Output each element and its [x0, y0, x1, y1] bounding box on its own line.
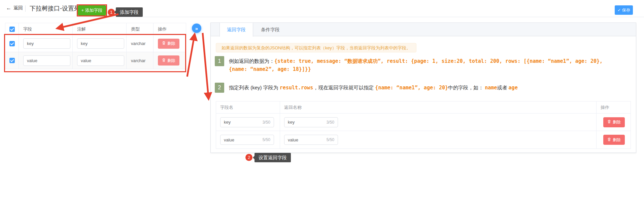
column-header-return-name: 返回名称 [280, 101, 597, 113]
delete-button[interactable]: 删除 [603, 135, 625, 145]
page-title: 下拉树接口-设置列 [30, 4, 80, 12]
save-label: 保存 [622, 8, 630, 12]
select-all-checkbox[interactable] [9, 27, 15, 32]
delete-button[interactable]: 删除 [603, 117, 625, 127]
code-snippet: name [485, 85, 497, 91]
field-name-input[interactable]: value 5/50 [220, 135, 274, 145]
column-header-type: 类型 [127, 23, 154, 35]
column-header-comment: 注解 [73, 23, 127, 35]
return-name-input[interactable]: value 5/50 [284, 135, 338, 145]
code-snippet: result.rows [280, 85, 313, 91]
fields-table-header: 字段 注解 类型 操作 [5, 23, 186, 35]
trash-icon [162, 58, 166, 63]
step-text: 例如返回的数据为： [229, 58, 274, 64]
step-text: 或者 [497, 85, 508, 90]
field-input[interactable] [23, 38, 70, 49]
trash-icon [607, 120, 611, 125]
field-input[interactable] [23, 55, 70, 66]
column-header-action: 操作 [597, 101, 631, 113]
return-table-header: 字段名 返回名称 操作 [216, 101, 631, 114]
panel-tabbar: 返回字段 条件字段 [211, 23, 636, 36]
row-checkbox[interactable] [9, 41, 15, 46]
column-header-field-name: 字段名 [216, 101, 280, 113]
delete-label: 删除 [167, 41, 175, 46]
tab-condition-fields[interactable]: 条件字段 [253, 23, 287, 36]
annotation-badge-2: 2 [245, 154, 252, 161]
code-snippet: {state: true, message: “数据请求成功”, result:… [229, 58, 603, 72]
table-row: varchar 删除 [5, 35, 186, 52]
double-chevron-right-icon: » [195, 26, 198, 31]
add-field-highlight-box: + 添加字段 [77, 4, 107, 16]
type-cell: varchar [127, 35, 154, 52]
comment-input[interactable] [77, 55, 124, 66]
step-text-body: 指定列表 (key) 字段为 result.rows，现在返回字段就可以指定 {… [229, 83, 621, 92]
return-fields-panel: 返回字段 条件字段 如果返回的数据为复杂的JSON结构，可以指定列表（key）字… [210, 23, 636, 153]
table-row: value 5/50 value 5/50 删除 [216, 131, 631, 148]
input-value: key [288, 120, 295, 125]
step-1: 1 例如返回的数据为：{state: true, message: “数据请求成… [215, 56, 621, 73]
table-row: varchar 删除 [5, 52, 186, 69]
back-label: 返回 [13, 5, 23, 11]
step-2: 2 指定列表 (key) 字段为 result.rows，现在返回字段就可以指定… [215, 83, 621, 93]
add-field-label: 添加字段 [85, 8, 103, 13]
topbar: ← 返回 下拉树接口-设置列 + 添加字段 1 添加字段 ✓ 保存 [0, 0, 644, 17]
char-counter: 3/50 [263, 120, 270, 125]
step-text-body: 例如返回的数据为：{state: true, message: “数据请求成功”… [229, 56, 621, 73]
arrow-to-expand-button [187, 36, 194, 77]
arrow-to-field-name-header [203, 33, 208, 97]
char-counter: 5/50 [327, 137, 334, 142]
step-text: ，现在返回字段就可以指定 [313, 85, 375, 90]
check-icon: ✓ [617, 8, 621, 12]
char-counter: 5/50 [263, 137, 270, 142]
input-value: key [224, 120, 231, 125]
return-name-input[interactable]: key 3/50 [284, 117, 338, 127]
topbar-divider [25, 5, 26, 12]
column-header-field: 字段 [19, 23, 73, 35]
json-structure-alert: 如果返回的数据为复杂的JSON结构，可以指定列表（key）字段，当前返回字段为列… [216, 43, 416, 52]
field-name-input[interactable]: key 3/50 [220, 117, 274, 127]
step-number: 2 [215, 83, 224, 93]
step-text: 指定列表 (key) 字段为 [229, 85, 280, 90]
expand-panel-button[interactable]: » [192, 24, 201, 33]
char-counter: 3/50 [327, 120, 334, 125]
delete-button[interactable]: 删除 [158, 55, 179, 66]
delete-button[interactable]: 删除 [158, 39, 179, 49]
step-text: 中的字段，如： [448, 85, 485, 90]
set-return-fields-tooltip: 设置返回字段 [255, 153, 291, 162]
trash-icon [162, 41, 166, 46]
table-row: key 3/50 key 3/50 删除 [216, 114, 631, 131]
plus-icon: + [81, 8, 84, 13]
row-checkbox[interactable] [9, 58, 15, 63]
delete-label: 删除 [613, 137, 621, 143]
page: ← 返回 下拉树接口-设置列 + 添加字段 1 添加字段 ✓ 保存 字段 注解 … [0, 0, 644, 213]
fields-table: 字段 注解 类型 操作 varchar 删除 varchar [5, 23, 186, 69]
annotation-badge-1: 1 [108, 9, 115, 16]
save-button[interactable]: ✓ 保存 [615, 5, 633, 15]
code-snippet: {name: “name1”, age: 20} [375, 85, 448, 91]
step-number: 1 [215, 56, 224, 66]
column-header-action: 操作 [154, 23, 187, 35]
trash-icon [607, 137, 611, 142]
delete-label: 删除 [613, 119, 621, 125]
comment-input[interactable] [77, 38, 124, 49]
add-field-button[interactable]: + 添加字段 [78, 5, 106, 15]
return-fields-table: 字段名 返回名称 操作 key 3/50 key 3/50 [216, 101, 631, 149]
tab-return-fields[interactable]: 返回字段 [219, 23, 253, 37]
add-field-tooltip: 添加字段 [116, 7, 143, 17]
type-cell: varchar [127, 52, 154, 69]
input-value: value [224, 137, 234, 142]
delete-label: 删除 [167, 58, 175, 63]
back-button[interactable]: ← 返回 [6, 5, 23, 11]
back-arrow-icon: ← [6, 5, 11, 11]
code-snippet: age [509, 85, 518, 91]
input-value: value [288, 137, 298, 142]
